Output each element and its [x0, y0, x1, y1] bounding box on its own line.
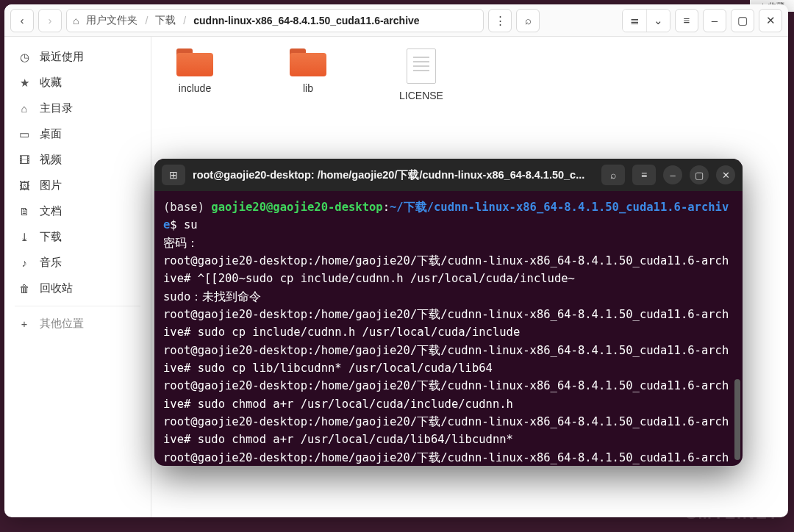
- maximize-icon: ▢: [737, 14, 748, 27]
- minimize-icon: –: [712, 14, 718, 26]
- sidebar-item-pictures[interactable]: 🖼 图片: [4, 173, 151, 198]
- terminal-line: root@gaojie20-desktop:/home/gaojie20/下载/…: [163, 449, 734, 466]
- breadcrumb-current: cudnn-linux-x86_64-8.4.1.50_cuda11.6-arc…: [193, 15, 419, 26]
- breadcrumb-part[interactable]: 用户文件夹: [86, 14, 137, 27]
- prompt-user: gaojie20@gaojie20-desktop: [211, 201, 382, 214]
- sidebar-item-desktop[interactable]: ▭ 桌面: [4, 121, 151, 147]
- sidebar-item-label: 主目录: [40, 101, 73, 115]
- terminal-line: sudo：未找到命令: [163, 288, 734, 306]
- terminal-line: root@gaojie20-desktop:/home/gaojie20/下载/…: [163, 306, 734, 342]
- file-name: lib: [303, 82, 313, 94]
- view-options-button[interactable]: ⌄: [646, 10, 670, 32]
- list-icon: ≣: [630, 14, 640, 27]
- sidebar-item-music[interactable]: ♪ 音乐: [4, 250, 151, 276]
- terminal-line: (base) gaojie20@gaojie20-desktop:~/下载/cu…: [163, 198, 734, 234]
- new-tab-button[interactable]: ⊞: [162, 165, 185, 185]
- prompt-env: (base): [163, 201, 211, 214]
- sidebar-item-label: 回收站: [40, 281, 73, 295]
- command-text: ^[[200~sudo cp include/cudnn.h /usr/loca…: [190, 272, 575, 285]
- terminal-line: root@gaojie20-desktop:/home/gaojie20/下载/…: [163, 413, 734, 449]
- close-button[interactable]: ✕: [759, 9, 782, 32]
- sidebar-item-label: 收藏: [40, 76, 62, 90]
- sidebar-item-trash[interactable]: 🗑 回收站: [4, 276, 151, 301]
- view-switcher: ≣ ⌄: [622, 9, 670, 32]
- forward-button[interactable]: ›: [38, 9, 62, 32]
- sidebar-item-other-locations[interactable]: + 其他位置: [4, 311, 151, 337]
- search-icon: ⌕: [525, 14, 532, 26]
- breadcrumb-separator: /: [183, 15, 186, 26]
- command-text: sudo cp include/cudnn.h /usr/local/cuda/…: [190, 326, 520, 339]
- menu-icon: ≡: [641, 169, 647, 181]
- pictures-icon: 🖼: [18, 180, 31, 192]
- download-icon: ⤓: [18, 231, 31, 243]
- file-manager-headerbar: ‹ › ⌂ 用户文件夹 / 下载 / cudnn-linux-x86_64-8.…: [4, 4, 788, 37]
- sidebar-item-recent[interactable]: ◷ 最近使用: [4, 44, 151, 70]
- folder-include[interactable]: include: [165, 48, 225, 94]
- terminal-line: root@gaojie20-desktop:/home/gaojie20/下载/…: [163, 377, 734, 413]
- close-icon: ✕: [766, 14, 776, 27]
- music-icon: ♪: [18, 257, 31, 269]
- sidebar-item-label: 图片: [40, 179, 62, 193]
- path-menu-button[interactable]: ⋮: [488, 9, 512, 32]
- file-name: include: [179, 82, 211, 94]
- maximize-button[interactable]: ▢: [731, 9, 754, 32]
- sidebar-item-home[interactable]: ⌂ 主目录: [4, 96, 151, 121]
- search-button[interactable]: ⌕: [516, 9, 540, 32]
- root-prompt: root@gaojie20-desktop:/home/gaojie20/下载/…: [163, 451, 729, 466]
- text-file-icon: [407, 48, 436, 84]
- terminal-menu-button[interactable]: ≡: [632, 165, 656, 185]
- scrollbar-thumb[interactable]: [734, 379, 740, 460]
- file-license[interactable]: LICENSE: [391, 48, 451, 101]
- maximize-button[interactable]: ▢: [690, 165, 709, 184]
- terminal-scrollbar[interactable]: [734, 191, 740, 460]
- close-icon: ✕: [722, 170, 730, 181]
- hamburger-menu-button[interactable]: ≡: [675, 9, 698, 32]
- command-text: sudo chmod a+r /usr/local/cuda/include/c…: [190, 398, 513, 411]
- terminal-line: 密码：: [163, 234, 734, 252]
- terminal-viewport[interactable]: (base) gaojie20@gaojie20-desktop:~/下载/cu…: [154, 191, 743, 466]
- command-text: su: [177, 218, 198, 231]
- terminal-line: root@gaojie20-desktop:/home/gaojie20/下载/…: [163, 342, 734, 378]
- sidebar-item-documents[interactable]: 🗎 文档: [4, 198, 151, 224]
- close-button[interactable]: ✕: [716, 165, 735, 184]
- video-icon: 🎞: [18, 154, 31, 166]
- sidebar-item-label: 视频: [40, 153, 62, 167]
- chevron-down-icon: ⌄: [654, 14, 663, 27]
- home-icon: ⌂: [18, 103, 31, 115]
- star-icon: ★: [18, 77, 31, 89]
- trash-icon: 🗑: [18, 283, 31, 295]
- terminal-window: ⊞ root@gaojie20-desktop: /home/gaojie20/…: [154, 159, 743, 466]
- sidebar-item-downloads[interactable]: ⤓ 下载: [4, 224, 151, 250]
- sidebar-item-label: 其他位置: [40, 317, 84, 331]
- plus-icon: +: [18, 318, 31, 330]
- breadcrumb-part[interactable]: 下载: [155, 14, 176, 27]
- sidebar-item-label: 文档: [40, 204, 62, 218]
- maximize-icon: ▢: [695, 170, 704, 181]
- desktop-icon: ▭: [18, 129, 31, 140]
- sidebar-item-label: 下载: [40, 230, 62, 244]
- menu-icon: ≡: [684, 14, 690, 26]
- sidebar-item-videos[interactable]: 🎞 视频: [4, 147, 151, 173]
- breadcrumb[interactable]: ⌂ 用户文件夹 / 下载 / cudnn-linux-x86_64-8.4.1.…: [66, 9, 484, 32]
- minimize-icon: –: [670, 170, 675, 181]
- minimize-button[interactable]: –: [703, 9, 726, 32]
- terminal-search-button[interactable]: ⌕: [601, 165, 625, 185]
- watermark: SMYZ.NET: [686, 504, 779, 523]
- documents-icon: 🗎: [18, 206, 31, 218]
- folder-lib[interactable]: lib: [278, 48, 338, 94]
- sidebar-item-label: 桌面: [40, 127, 62, 141]
- terminal-title: root@gaojie20-desktop: /home/gaojie20/下载…: [193, 168, 594, 182]
- terminal-headerbar: ⊞ root@gaojie20-desktop: /home/gaojie20/…: [154, 159, 743, 191]
- command-text: sudo cp lib/libcudnn* /usr/local/cuda/li…: [190, 362, 493, 375]
- file-name: LICENSE: [399, 90, 443, 101]
- minimize-button[interactable]: –: [663, 165, 682, 184]
- breadcrumb-separator: /: [145, 15, 148, 26]
- back-button[interactable]: ‹: [10, 9, 34, 32]
- sidebar-item-starred[interactable]: ★ 收藏: [4, 70, 151, 96]
- recent-icon: ◷: [18, 51, 31, 63]
- terminal-line: root@gaojie20-desktop:/home/gaojie20/下载/…: [163, 252, 734, 288]
- sidebar-item-label: 音乐: [40, 256, 62, 270]
- view-list-button[interactable]: ≣: [623, 10, 646, 32]
- folder-icon: [290, 48, 326, 76]
- home-icon: ⌂: [73, 15, 79, 26]
